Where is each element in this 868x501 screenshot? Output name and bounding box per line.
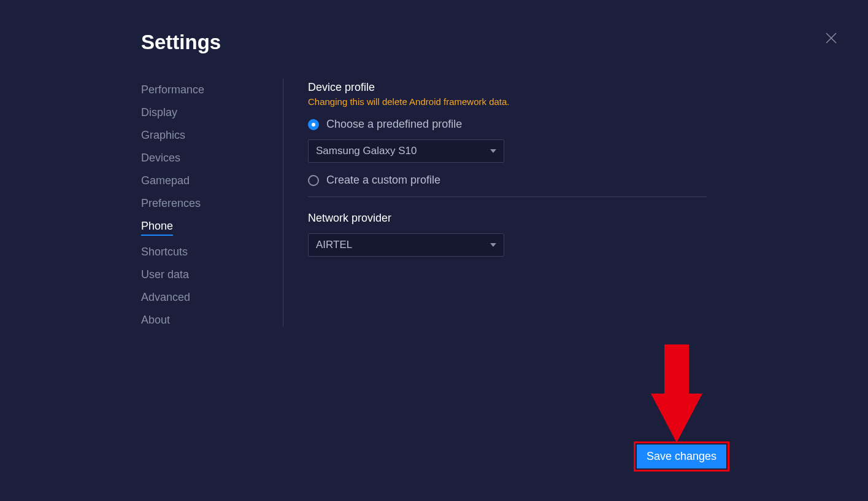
sidebar-item-phone[interactable]: Phone <box>141 220 173 236</box>
sidebar-item-performance[interactable]: Performance <box>141 84 204 96</box>
sidebar-item-advanced[interactable]: Advanced <box>141 291 190 304</box>
network-provider-title: Network provider <box>308 212 727 225</box>
device-profile-warning: Changing this will delete Android framew… <box>308 96 727 107</box>
section-divider <box>308 196 707 197</box>
chevron-down-icon <box>490 149 496 153</box>
sidebar-item-shortcuts[interactable]: Shortcuts <box>141 246 188 258</box>
predefined-profile-radio[interactable] <box>308 119 319 130</box>
sidebar-item-gamepad[interactable]: Gamepad <box>141 174 190 187</box>
sidebar-item-display[interactable]: Display <box>141 106 177 119</box>
sidebar-item-preferences[interactable]: Preferences <box>141 197 201 210</box>
annotation-arrow-icon <box>651 344 702 443</box>
predefined-profile-select[interactable]: Samsung Galaxy S10 <box>308 139 504 163</box>
custom-profile-label: Create a custom profile <box>326 174 440 187</box>
sidebar-item-user-data[interactable]: User data <box>141 268 189 281</box>
network-provider-select[interactable]: AIRTEL <box>308 233 504 257</box>
save-changes-button[interactable]: Save changes <box>637 445 726 468</box>
predefined-profile-value: Samsung Galaxy S10 <box>316 145 417 157</box>
predefined-profile-row[interactable]: Choose a predefined profile <box>308 118 727 131</box>
predefined-profile-label: Choose a predefined profile <box>326 118 462 131</box>
sidebar-item-about[interactable]: About <box>141 314 170 327</box>
sidebar-item-devices[interactable]: Devices <box>141 152 180 165</box>
custom-profile-radio[interactable] <box>308 175 319 186</box>
settings-dialog: Settings Performance Display Graphics De… <box>0 0 868 501</box>
page-title: Settings <box>141 31 727 54</box>
device-profile-title: Device profile <box>308 81 727 94</box>
network-provider-value: AIRTEL <box>316 239 352 251</box>
close-button[interactable] <box>824 31 839 45</box>
content-panel: Device profile Changing this will delete… <box>283 79 727 327</box>
custom-profile-row[interactable]: Create a custom profile <box>308 174 727 187</box>
sidebar-item-graphics[interactable]: Graphics <box>141 129 185 142</box>
chevron-down-icon <box>490 243 496 247</box>
sidebar: Performance Display Graphics Devices Gam… <box>141 79 283 327</box>
save-button-highlight: Save changes <box>634 441 729 472</box>
close-icon <box>824 31 839 45</box>
settings-layout: Performance Display Graphics Devices Gam… <box>141 79 727 327</box>
